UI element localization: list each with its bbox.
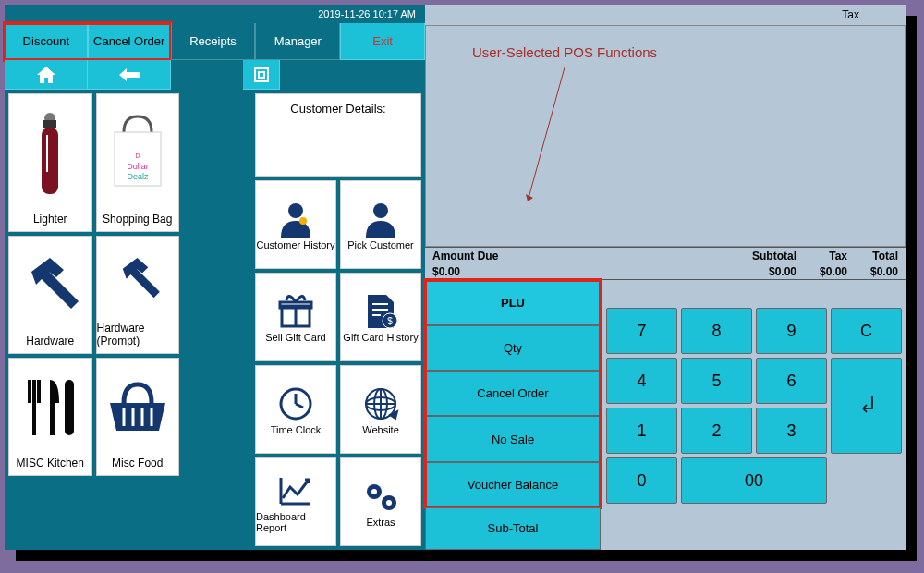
voucher-balance-button[interactable]: Voucher Balance — [425, 462, 601, 507]
bottom-blank — [606, 507, 902, 546]
product-label: Hardware — [26, 335, 74, 347]
qty-button[interactable]: Qty — [425, 325, 601, 371]
cancel-order-func-button[interactable]: Cancel Order — [425, 371, 601, 416]
svg-point-35 — [371, 489, 377, 494]
customer-history-button[interactable]: Customer History — [255, 180, 336, 269]
right-panel: Tax User-Selected POS Functions Amount D… — [425, 5, 906, 550]
svg-point-15 — [288, 203, 303, 218]
amount-due-value: $0.00 — [432, 265, 732, 278]
keypad: 7 8 9 C 4 5 6 1 2 3 0 00 — [601, 280, 906, 550]
product-misc-food[interactable]: Misc Food — [96, 358, 180, 476]
dashboard-report-button[interactable]: Dashboard Report — [255, 457, 336, 546]
display-strip — [606, 284, 902, 304]
product-hardware-prompt[interactable]: Hardware (Prompt) — [96, 236, 180, 354]
spacer — [171, 60, 243, 90]
svg-text:$: $ — [387, 316, 393, 326]
gears-icon — [361, 476, 400, 517]
home-button[interactable] — [5, 60, 88, 90]
pos-app: 2019-11-26 10:17 AM Discount Cancel Orde… — [5, 5, 906, 550]
sub-total-button[interactable]: Sub-Total — [425, 507, 601, 550]
timestamp: 2019-11-26 10:17 AM — [5, 5, 425, 23]
clock-icon — [277, 384, 314, 424]
top-toolbar: Discount Cancel Order Receipts Manager E… — [5, 23, 425, 60]
product-label: Hardware (Prompt) — [97, 322, 179, 347]
subtotal-value: $0.00 — [732, 265, 796, 278]
document-dollar-icon: $ — [364, 291, 397, 332]
extras-button[interactable]: Extras — [340, 457, 421, 546]
key-4[interactable]: 4 — [606, 358, 677, 404]
chart-icon — [277, 470, 314, 511]
product-label: MISC Kitchen — [17, 457, 84, 469]
tile-label: Website — [362, 424, 399, 435]
discount-button[interactable]: Discount — [5, 23, 88, 60]
svg-rect-5 — [46, 135, 48, 172]
tax-value: $0.00 — [796, 265, 847, 278]
cancel-order-button[interactable]: Cancel Order — [88, 23, 171, 60]
numpad-area: PLU Qty Cancel Order No Sale Voucher Bal… — [425, 280, 906, 550]
key-clear[interactable]: C — [831, 308, 902, 354]
key-2[interactable]: 2 — [681, 408, 752, 454]
enter-icon — [856, 392, 878, 420]
key-00[interactable]: 00 — [681, 457, 827, 504]
shopping-bag-icon: DDollarDealz — [105, 94, 170, 213]
gift-card-history-button[interactable]: $ Gift Card History — [340, 273, 421, 361]
exit-button[interactable]: Exit — [340, 23, 425, 60]
square-icon — [254, 67, 269, 82]
svg-text:Dollar: Dollar — [127, 162, 149, 171]
key-0[interactable]: 0 — [606, 457, 677, 504]
svg-text:Dealz: Dealz — [127, 172, 149, 181]
arrow-left-icon — [119, 68, 140, 81]
left-panel: 2019-11-26 10:17 AM Discount Cancel Orde… — [5, 5, 425, 550]
tile-label: Time Clock — [271, 424, 322, 435]
key-3[interactable]: 3 — [756, 408, 827, 454]
product-column: Lighter DDollarDealz Shopping Bag — [8, 93, 179, 546]
svg-line-28 — [296, 404, 303, 408]
manager-button[interactable]: Manager — [255, 23, 340, 60]
product-lighter[interactable]: Lighter — [8, 93, 92, 232]
tile-label: Extras — [366, 517, 395, 528]
svg-point-17 — [373, 203, 388, 218]
svg-point-37 — [386, 500, 392, 506]
back-button[interactable] — [88, 60, 171, 90]
plu-button[interactable]: PLU — [425, 280, 601, 325]
product-label: Misc Food — [112, 457, 163, 469]
product-hardware[interactable]: Hardware — [8, 236, 92, 354]
svg-line-38 — [528, 67, 565, 201]
svg-text:D: D — [135, 152, 140, 159]
total-label: Total — [847, 250, 898, 262]
key-5[interactable]: 5 — [681, 358, 752, 404]
sell-gift-card-button[interactable]: Sell Gift Card — [255, 273, 336, 361]
key-7[interactable]: 7 — [606, 308, 677, 354]
annotation-label: User-Selected POS Functions — [472, 44, 657, 60]
svg-marker-39 — [526, 194, 533, 201]
key-1[interactable]: 1 — [606, 408, 677, 454]
key-8[interactable]: 8 — [681, 308, 752, 354]
toggle-button[interactable] — [243, 60, 280, 90]
customer-grid: Customer History Pick Customer Sell Gift… — [255, 177, 421, 546]
website-button[interactable]: Website — [340, 365, 421, 454]
tile-label: Customer History — [257, 239, 335, 250]
no-sale-button[interactable]: No Sale — [425, 416, 601, 461]
key-9[interactable]: 9 — [756, 308, 827, 354]
globe-icon — [362, 384, 399, 424]
svg-rect-3 — [43, 120, 56, 128]
svg-rect-1 — [259, 72, 264, 78]
person-plus-icon — [275, 199, 316, 239]
tax-label: Tax — [796, 250, 847, 262]
receipts-button[interactable]: Receipts — [171, 23, 256, 60]
key-enter[interactable] — [831, 358, 902, 454]
total-value: $0.00 — [847, 265, 898, 278]
key-6[interactable]: 6 — [756, 358, 827, 404]
product-shopping-bag[interactable]: DDollarDealz Shopping Bag — [96, 93, 180, 232]
tile-label: Gift Card History — [343, 332, 418, 343]
product-misc-kitchen[interactable]: MISC Kitchen — [8, 358, 92, 476]
svg-rect-0 — [255, 68, 268, 81]
tile-label: Sell Gift Card — [265, 332, 325, 343]
hammer-icon — [18, 237, 82, 335]
pick-customer-button[interactable]: Pick Customer — [340, 180, 421, 269]
icon-toolbar — [5, 60, 425, 90]
person-icon — [360, 199, 401, 239]
svg-rect-10 — [65, 380, 74, 435]
function-column: PLU Qty Cancel Order No Sale Voucher Bal… — [425, 280, 601, 550]
time-clock-button[interactable]: Time Clock — [255, 365, 336, 454]
